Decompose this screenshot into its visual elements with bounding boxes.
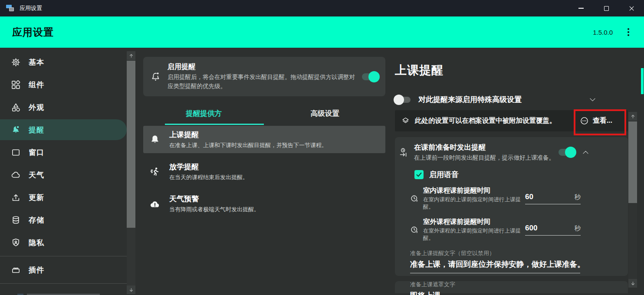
- provider-title: 上课提醒: [169, 130, 380, 140]
- prepare-text-field: 准备上课提醒文字（留空以禁用） 准备上课，请回到座位并保持安静，做好上课准备。: [410, 249, 580, 273]
- sidebar-item-privacy[interactable]: 隐私: [0, 231, 127, 254]
- scroll-up-button[interactable]: [628, 112, 637, 121]
- sidebar-item-update[interactable]: 更新: [0, 186, 127, 209]
- bell-icon: [149, 134, 169, 145]
- prepare-reminder-title: 在课前准备时发出提醒: [414, 143, 559, 152]
- provider-description: 在准备上课、上课和下课时发出醒目提醒，并预告下一节课程。: [169, 141, 380, 149]
- gear-icon: [10, 57, 21, 67]
- window-icon: [10, 148, 21, 157]
- sidebar-item-reminders[interactable]: 提醒: [0, 119, 127, 140]
- special-advanced-toggle[interactable]: [395, 97, 411, 103]
- shield-person-icon: [10, 238, 21, 248]
- window-title: 应用设置: [20, 4, 42, 12]
- sidebar-scrollbar[interactable]: [127, 48, 135, 295]
- bell-icon: [10, 125, 21, 135]
- database-icon: [10, 215, 21, 225]
- sidebar-item-window[interactable]: 窗口: [0, 141, 127, 164]
- prepare-reminder-header: 在课前准备时发出提醒 在上课前一段时间发出醒目提醒，提示做好上课准备。: [398, 143, 621, 162]
- provider-title: 天气预警: [169, 194, 380, 204]
- scrollbar-thumb[interactable]: [127, 61, 135, 228]
- indoor-lead-time-value: 60: [525, 193, 533, 201]
- class-reminder-detail-panel: 上课提醒 对此提醒来源启用特殊高级设置 此处的设置可以在档案设置中被附加设置覆盖…: [391, 48, 628, 295]
- enable-reminders-description: 启用提醒后，将会在对重要事件发出醒目提醒。拖动提醒提供方以调整对应类型提醒的优先…: [168, 73, 356, 91]
- arrow-down-icon: [630, 281, 636, 286]
- page-header: 应用设置 1.5.0.0: [0, 16, 644, 48]
- chevron-up-icon[interactable]: [582, 148, 590, 157]
- provider-item-class-reminder[interactable]: 上课提醒 在准备上课、上课和下课时发出醒目提醒，并预告下一节课程。: [143, 126, 385, 153]
- indoor-lead-time-input[interactable]: 60 秒: [525, 193, 581, 204]
- ellipsis-circle-icon: [580, 116, 589, 125]
- kebab-menu-icon[interactable]: [626, 26, 631, 38]
- special-advanced-label: 对此提醒来源启用特殊高级设置: [418, 95, 522, 105]
- view-overrides-button[interactable]: 查看...: [580, 116, 612, 125]
- arrow-up-icon: [630, 114, 636, 119]
- scrollbar-thumb[interactable]: [628, 121, 637, 203]
- scroll-down-button[interactable]: [127, 285, 135, 294]
- prepare-text-label: 准备上课提醒文字（留空以禁用）: [410, 249, 580, 257]
- clock-alert-icon: [409, 193, 423, 204]
- minimize-icon: [578, 8, 584, 9]
- close-button[interactable]: [619, 0, 644, 16]
- voice-checkbox[interactable]: [414, 170, 424, 179]
- cloud-icon: [10, 170, 21, 180]
- plugin-icon: [10, 265, 21, 275]
- outdoor-lead-time-row: 室外课程课前提醒时间 在室外课程的上课前指定时间进行上课提醒。 600 秒: [409, 217, 621, 242]
- app-icon: [6, 5, 15, 12]
- provider-description: 在当天的课程结束后发出提醒。: [169, 174, 380, 181]
- check-icon: [416, 171, 422, 178]
- minimize-button[interactable]: [568, 0, 594, 16]
- sidebar: 基本 组件 外观 提醒 窗口: [0, 48, 127, 295]
- window-edge: [637, 48, 644, 295]
- titlebar: 应用设置: [0, 0, 644, 16]
- sidebar-item-storage[interactable]: 存储: [0, 209, 127, 231]
- outdoor-lead-time-value: 600: [525, 224, 537, 233]
- outdoor-lead-time-title: 室外课程课前提醒时间: [423, 217, 525, 226]
- maximize-icon: [604, 6, 609, 11]
- override-note-bar: 此处的设置可以在档案设置中被附加设置覆盖。 查看...: [395, 110, 628, 131]
- provider-item-weather-alert[interactable]: 天气预警 当有降雨或者极端天气时发出提醒。: [143, 190, 385, 217]
- sidebar-item-weather[interactable]: 天气: [0, 164, 127, 186]
- prepare-reminder-description: 在上课前一段时间发出醒目提醒，提示做好上课准备。: [414, 154, 559, 162]
- maximize-button[interactable]: [594, 0, 619, 16]
- reminder-tabs: 提醒提供方 高级设置: [143, 104, 385, 125]
- provider-item-after-school[interactable]: 放学提醒 在当天的课程结束后发出提醒。: [143, 158, 385, 185]
- widgets-icon: [10, 80, 21, 90]
- shapes-icon: [10, 102, 21, 112]
- scroll-up-button[interactable]: [127, 51, 135, 60]
- provider-description: 当有降雨或者极端天气时发出提醒。: [169, 206, 380, 213]
- indoor-lead-time-row: 室内课程课前提醒时间 在室内课程的上课前指定时间进行上课提醒。 60 秒: [409, 186, 621, 211]
- sidebar-item-label: 存储: [29, 215, 44, 225]
- sidebar-item-widgets[interactable]: 组件: [0, 73, 127, 96]
- sidebar-item-plugins[interactable]: 插件: [0, 259, 127, 281]
- outdoor-lead-time-input[interactable]: 600 秒: [525, 224, 581, 236]
- sidebar-item-label: 插件: [29, 265, 44, 275]
- bell-dot-icon: [150, 71, 168, 82]
- tab-reminder-providers[interactable]: 提醒提供方: [143, 104, 264, 125]
- provider-title: 放学提醒: [169, 162, 380, 172]
- close-icon: [628, 5, 635, 12]
- clock-arrow-icon: [398, 147, 414, 158]
- scroll-down-button[interactable]: [628, 279, 637, 288]
- outdoor-lead-time-unit: 秒: [575, 224, 581, 233]
- prepare-reminder-toggle[interactable]: [559, 149, 575, 156]
- voice-label: 启用语音: [429, 170, 459, 180]
- sidebar-item-label: 窗口: [29, 148, 44, 157]
- cloud-warning-icon: [149, 198, 169, 210]
- enable-reminders-toggle[interactable]: [362, 73, 378, 80]
- detail-scrollbar[interactable]: [628, 48, 637, 295]
- prepare-text-input[interactable]: 准备上课，请回到座位并保持安静，做好上课准备。: [410, 259, 580, 273]
- sidebar-item-basic[interactable]: 基本: [0, 51, 127, 73]
- layers-diamond-icon: [401, 116, 410, 125]
- override-note-text: 此处的设置可以在档案设置中被附加设置覆盖。: [415, 116, 556, 125]
- version-label: 1.5.0.0: [593, 29, 613, 36]
- reminder-settings-panel: 启用提醒 启用提醒后，将会在对重要事件发出醒目提醒。拖动提醒提供方以调整对应类型…: [135, 48, 391, 295]
- chevron-down-icon[interactable]: [588, 95, 597, 104]
- sidebar-item-appearance[interactable]: 外观: [0, 96, 127, 118]
- tab-advanced-settings[interactable]: 高级设置: [264, 104, 385, 125]
- sidebar-item-label: 组件: [29, 80, 44, 90]
- active-tab-indicator: [165, 124, 264, 125]
- sidebar-item-label: 隐私: [29, 238, 44, 248]
- view-overrides-label: 查看...: [593, 116, 612, 125]
- special-advanced-settings-row: 对此提醒来源启用特殊高级设置: [395, 95, 628, 105]
- upload-icon: [10, 193, 21, 203]
